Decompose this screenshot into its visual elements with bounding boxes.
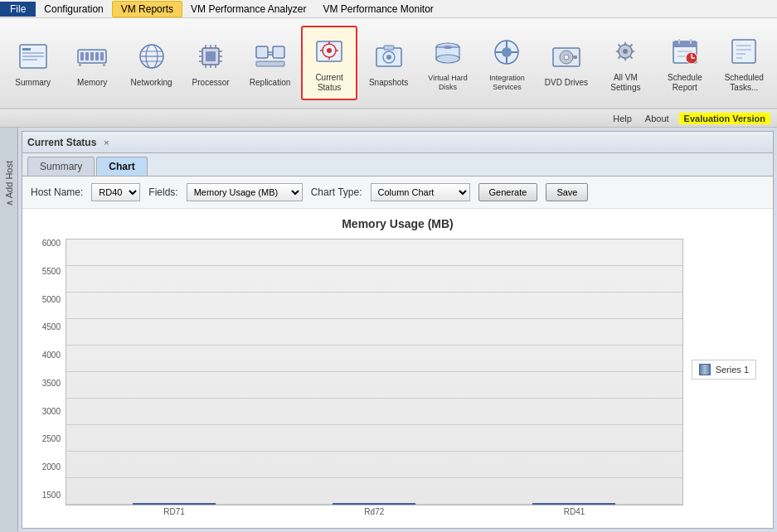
svg-rect-7 xyxy=(85,52,89,60)
save-button[interactable]: Save xyxy=(546,183,588,201)
svg-point-37 xyxy=(327,48,332,53)
snapshots-icon xyxy=(371,38,407,75)
chart-x-labels: RD71 Rd72 RD41 xyxy=(66,505,683,516)
fields-label: Fields: xyxy=(148,186,177,198)
y-label-6000: 6000 xyxy=(42,239,61,248)
y-label-4000: 4000 xyxy=(42,351,61,360)
bar-rd72 xyxy=(333,503,415,505)
help-bar: Help About Evaluation Version xyxy=(0,109,777,128)
eval-badge: Evaluation Version xyxy=(679,113,770,124)
chart-bars-area xyxy=(66,239,683,505)
chart-type-select[interactable]: Column ChartLine ChartBar Chart xyxy=(371,183,470,201)
integration-icon xyxy=(488,34,525,70)
tab-chart[interactable]: Chart xyxy=(96,157,147,176)
toolbar-btn-networking[interactable]: Networking xyxy=(124,26,179,100)
tasks-icon xyxy=(726,33,762,70)
svg-rect-9 xyxy=(95,52,99,60)
tab-panel-title: Current Status xyxy=(27,137,96,148)
networking-icon xyxy=(134,38,170,75)
svg-rect-11 xyxy=(79,63,81,66)
svg-point-51 xyxy=(502,47,512,57)
controls-row: Host Name: RD40RD71RD41Rd72 Fields: Memo… xyxy=(22,177,773,209)
svg-rect-10 xyxy=(100,52,104,60)
legend-label-series1: Series 1 xyxy=(716,365,749,375)
chart-y-axis: 6000 5500 5000 4500 4000 3500 3000 2500 … xyxy=(31,239,66,516)
svg-rect-63 xyxy=(673,41,697,47)
toolbar-btn-integration[interactable]: Integration Services xyxy=(479,26,535,100)
vhd-icon xyxy=(430,34,466,70)
svg-rect-59 xyxy=(573,56,577,59)
file-menu[interactable]: File xyxy=(0,2,36,17)
svg-rect-12 xyxy=(103,63,105,66)
tab-panel: Current Status × Summary Chart Host Name… xyxy=(22,131,774,529)
vm-perf-analyzer-menu[interactable]: VM Performance Analyzer xyxy=(182,2,314,17)
summary-icon xyxy=(15,38,51,75)
replication-icon xyxy=(252,38,289,75)
y-label-1500: 1500 xyxy=(42,491,61,500)
y-label-3500: 3500 xyxy=(42,379,61,388)
settings-icon xyxy=(607,33,643,70)
help-link[interactable]: Help xyxy=(609,113,635,124)
toolbar-btn-memory[interactable]: Memory xyxy=(64,26,119,100)
about-link[interactable]: About xyxy=(642,113,673,124)
y-label-5500: 5500 xyxy=(42,267,61,276)
svg-point-49 xyxy=(444,46,452,49)
fields-select[interactable]: Memory Usage (MB)CPU Usage (%)Disk I/O xyxy=(187,183,303,201)
bar-group-rd41 xyxy=(474,503,674,505)
toolbar-btn-schedule[interactable]: Schedule Report xyxy=(657,26,712,100)
config-menu[interactable]: Configuration xyxy=(36,2,111,17)
svg-rect-4 xyxy=(22,59,37,60)
chart-legend: Series 1 xyxy=(683,239,765,516)
tab-panel-header: Current Status × xyxy=(22,132,773,153)
tab-summary[interactable]: Summary xyxy=(27,157,95,176)
add-host-sidebar: ∧ Add Host xyxy=(0,128,18,532)
toolbar-btn-tasks[interactable]: Scheduled Tasks... xyxy=(716,26,772,100)
svg-point-48 xyxy=(436,55,459,63)
vm-reports-menu[interactable]: VM Reports xyxy=(112,1,182,17)
x-label-rd72: Rd72 xyxy=(364,507,384,516)
y-label-5000: 5000 xyxy=(42,295,61,304)
sub-tabs: Summary Chart xyxy=(22,153,773,177)
x-label-rd71: RD71 xyxy=(163,507,185,516)
svg-rect-45 xyxy=(384,46,394,50)
generate-button[interactable]: Generate xyxy=(478,183,538,201)
tab-area: Current Status × Summary Chart Host Name… xyxy=(18,128,777,532)
vm-perf-monitor-menu[interactable]: VM Performance Monitor xyxy=(314,2,441,17)
toolbar-btn-dvd[interactable]: DVD Drives xyxy=(538,26,594,100)
toolbar-btn-processor[interactable]: Processor xyxy=(182,26,238,100)
toolbar-btn-summary[interactable]: Summary xyxy=(5,26,61,100)
add-host-button[interactable]: ∧ Add Host xyxy=(3,161,14,206)
schedule-icon xyxy=(667,33,703,70)
dvd-icon xyxy=(548,38,585,75)
y-label-4500: 4500 xyxy=(42,322,61,331)
chart-plot: RD71 Rd72 RD41 xyxy=(66,239,683,516)
processor-icon xyxy=(192,38,229,75)
y-label-2000: 2000 xyxy=(42,462,61,472)
host-name-label: Host Name: xyxy=(31,186,83,198)
host-name-select[interactable]: RD40RD71RD41Rd72 xyxy=(91,183,140,201)
tab-close-button[interactable]: × xyxy=(101,137,111,148)
bar-rd41 xyxy=(532,503,615,505)
bar-group-rd71 xyxy=(75,503,274,505)
toolbar-btn-vhd[interactable]: Virtual Hard Disks xyxy=(420,26,475,100)
chart-container: 6000 5500 5000 4500 4000 3500 3000 2500 … xyxy=(31,239,765,516)
toolbar-btn-snapshots[interactable]: Snapshots xyxy=(361,26,416,100)
svg-rect-2 xyxy=(22,52,44,54)
y-label-3000: 3000 xyxy=(42,407,61,416)
svg-rect-71 xyxy=(732,40,755,63)
bar-group-rd72 xyxy=(274,503,474,505)
svg-rect-6 xyxy=(80,52,84,60)
toolbar-btn-current-status[interactable]: Current Status xyxy=(301,26,357,100)
svg-rect-1 xyxy=(22,48,31,51)
svg-point-44 xyxy=(386,55,391,60)
memory-icon xyxy=(74,38,110,75)
current-status-icon xyxy=(311,33,347,70)
toolbar-btn-replication[interactable]: Replication xyxy=(242,26,298,100)
menu-bar: File Configuration VM Reports VM Perform… xyxy=(0,0,777,18)
y-label-2500: 2500 xyxy=(42,434,61,443)
chart-area: Memory Usage (MB) 6000 5500 5000 4500 40… xyxy=(22,209,773,528)
chart-title: Memory Usage (MB) xyxy=(31,217,765,230)
toolbar-btn-settings[interactable]: All VM Settings xyxy=(598,26,653,100)
svg-rect-33 xyxy=(273,46,284,58)
chart-type-label: Chart Type: xyxy=(311,186,362,198)
